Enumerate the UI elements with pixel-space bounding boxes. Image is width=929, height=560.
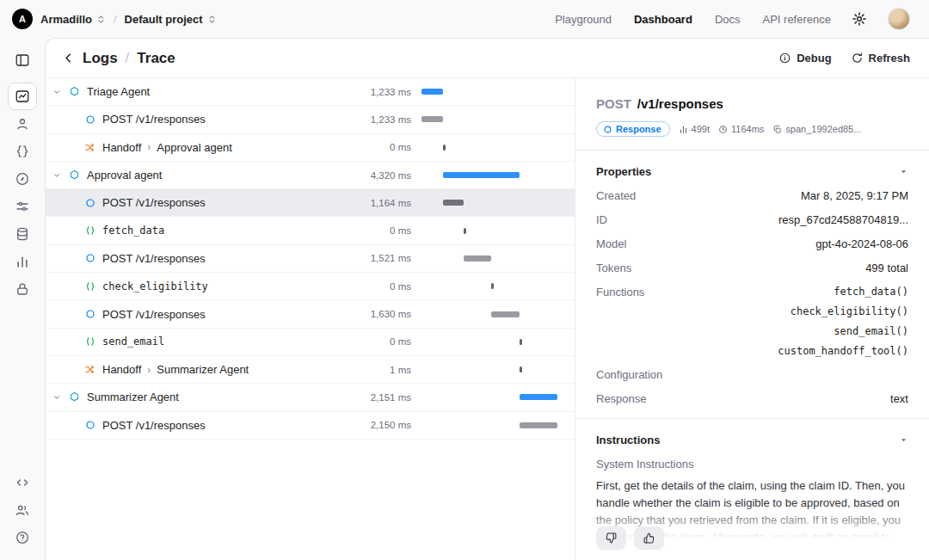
debug-button[interactable]: Debug [778, 52, 831, 65]
trace-row-timeline [421, 89, 557, 95]
nav-docs[interactable]: Docs [715, 13, 741, 26]
settings-gear-icon[interactable] [852, 11, 867, 27]
trace-row-function[interactable]: send_email 0 ms [46, 329, 575, 356]
sidebar-item-batches[interactable] [8, 138, 37, 165]
nav-api-reference[interactable]: API reference [763, 13, 832, 26]
thumbs-down-icon [606, 532, 617, 544]
code-icon [15, 475, 30, 490]
breadcrumb-logs[interactable]: Logs [83, 50, 118, 67]
refresh-button[interactable]: Refresh [851, 52, 910, 65]
sidebar-item-usage[interactable] [8, 248, 37, 275]
info-icon [778, 52, 791, 65]
response-circle-icon [83, 253, 96, 263]
trace-row-timeline [421, 172, 557, 178]
response-badge[interactable]: Response [596, 121, 670, 137]
trace-row-post-selected[interactable]: POST /v1/responses 1,164 ms [46, 189, 575, 217]
sidebar-item-assistants[interactable] [8, 110, 37, 138]
sidebar-item-community[interactable] [8, 496, 37, 524]
span-id-badge[interactable]: span_1992ed85... [772, 124, 861, 134]
trace-row-duration: 2,150 ms [362, 420, 411, 430]
sidebar-item-fine-tuning[interactable] [8, 193, 37, 220]
org-name: Armadillo [40, 13, 92, 26]
org-selector[interactable]: Armadillo [40, 13, 106, 26]
trace-row-duration: 0 ms [381, 336, 411, 347]
trace-row-handoff[interactable]: Handoff › Approval agent 0 ms [46, 134, 575, 162]
handoff-icon [83, 142, 96, 153]
trace-row-duration: 1,521 ms [362, 253, 411, 263]
page-title: Logs / Trace [83, 50, 175, 67]
sidebar-item-storage[interactable] [8, 220, 37, 248]
property-row-model: Model gpt-4o-2024-08-06 [596, 237, 908, 250]
app-header: A Armadillo / Default project Playground… [0, 0, 929, 38]
trace-row-post[interactable]: POST /v1/responses 1,521 ms [46, 245, 575, 273]
trace-row-agent[interactable]: Summarizer Agent 2,151 ms [46, 384, 575, 411]
span-path: /v1/responses [637, 96, 723, 111]
chevron-down-icon[interactable] [52, 171, 68, 180]
agent-icon [68, 391, 81, 403]
sidebar-item-help[interactable] [8, 524, 37, 551]
database-icon [15, 226, 30, 242]
thumbs-down-button[interactable] [596, 526, 626, 550]
trace-row-timeline [421, 422, 557, 428]
property-row-id: ID resp_67cd24588704819... [596, 213, 908, 226]
response-circle-icon [83, 309, 96, 319]
trace-row-duration: 1 ms [381, 365, 411, 375]
latency-badge: 1164ms [718, 124, 764, 134]
breadcrumb-trace: Trace [137, 50, 175, 67]
trace-row-post[interactable]: POST /v1/responses 2,150 ms [46, 412, 575, 440]
sidebar-toggle-panel-icon[interactable] [8, 46, 37, 74]
back-chevron-icon[interactable] [61, 51, 76, 65]
trace-row-agent[interactable]: Triage Agent 1,233 ms [46, 78, 575, 106]
collapse-chevron-icon[interactable] [899, 167, 908, 176]
collapse-chevron-icon[interactable] [899, 435, 908, 445]
function-name: fetch_data() [778, 286, 908, 298]
property-row-configuration: Configuration [596, 368, 908, 381]
handoff-target-label: Summarizer Agent [157, 363, 249, 376]
project-selector[interactable]: Default project [125, 13, 217, 26]
sidebar-item-explore[interactable] [8, 165, 37, 193]
trace-row-handoff[interactable]: Handoff › Summarizer Agent 1 ms [46, 356, 575, 384]
trace-row-timeline [421, 200, 557, 206]
trace-row-function[interactable]: fetch_data 0 ms [46, 217, 575, 244]
trace-row-label: Handoff [102, 141, 141, 154]
divider [575, 418, 929, 419]
chevron-down-icon[interactable] [52, 393, 68, 402]
bar-chart-icon [15, 254, 30, 269]
trace-row-timeline [421, 145, 557, 151]
breadcrumb-separator: / [126, 50, 130, 67]
instructions-title: Instructions [596, 434, 660, 446]
trace-tree: Triage Agent 1,233 ms POST /v1/responses… [46, 78, 575, 560]
property-row-tokens: Tokens 499 total [596, 262, 908, 274]
span-method: POST [596, 96, 631, 111]
span-detail-panel: POST /v1/responses Response 499t 1164ms [575, 78, 929, 560]
sliders-icon [15, 199, 30, 214]
trace-row-timeline [421, 339, 557, 345]
trace-row-timeline [421, 311, 557, 317]
trace-row-label: check_eligibility [102, 280, 208, 292]
sidebar-item-developer[interactable] [8, 469, 37, 496]
trace-row-agent[interactable]: Approval agent 4,320 ms [46, 162, 575, 189]
bar-chart-icon [679, 125, 688, 134]
divider [575, 150, 929, 151]
chevron-down-icon[interactable] [52, 88, 68, 96]
property-row-created: Created Mar 8, 2025, 9:17 PM [596, 189, 908, 202]
response-circle-icon [83, 198, 96, 208]
trace-row-post[interactable]: POST /v1/responses 1,233 ms [46, 106, 575, 133]
thumbs-up-button[interactable] [634, 526, 664, 550]
function-name: custom_handoff_tool() [778, 345, 908, 357]
trace-row-label: Approval agent [87, 169, 162, 182]
profile-avatar[interactable] [888, 8, 910, 30]
project-name: Default project [125, 13, 203, 26]
sidebar-item-api-keys[interactable] [8, 275, 37, 303]
main-panel: Logs / Trace Debug Refresh [45, 38, 929, 560]
icon-sidebar [0, 38, 45, 560]
logs-icon [15, 89, 30, 104]
braces-icon [15, 144, 30, 159]
trace-row-post[interactable]: POST /v1/responses 1,630 ms [46, 300, 575, 328]
nav-playground[interactable]: Playground [555, 13, 612, 26]
trace-row-duration: 1,630 ms [362, 309, 411, 319]
trace-row-function[interactable]: check_eligibility 0 ms [46, 273, 575, 300]
instructions-section-header: Instructions [596, 434, 908, 446]
nav-dashboard[interactable]: Dashboard [634, 13, 692, 26]
sidebar-item-logs[interactable] [8, 83, 37, 110]
